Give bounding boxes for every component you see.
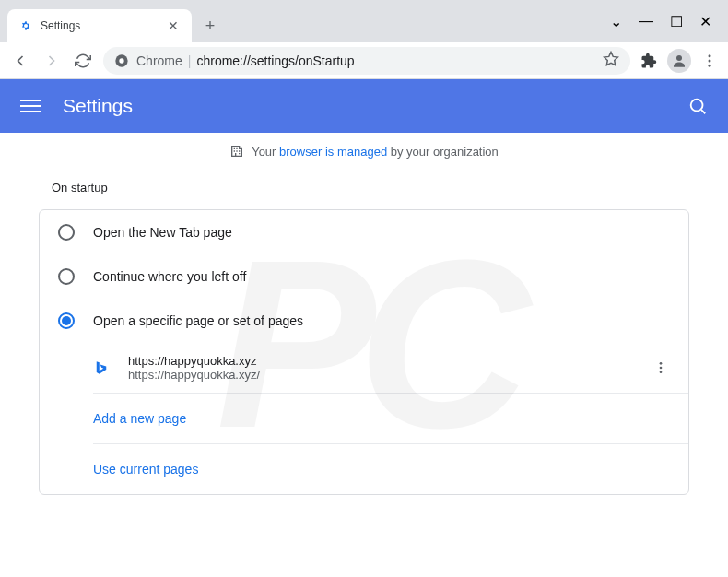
svg-point-3 (676, 55, 682, 61)
radio-icon (58, 224, 75, 241)
page-info: https://happyquokka.xyz https://happyquo… (128, 354, 652, 382)
svg-marker-2 (605, 52, 618, 65)
bookmark-star-icon[interactable] (603, 51, 619, 71)
chevron-down-icon[interactable]: ⌄ (610, 13, 622, 30)
window-controls: ⌄ — ☐ ✕ (610, 0, 728, 42)
minimize-button[interactable]: — (639, 13, 653, 29)
toolbar: Chrome | chrome://settings/onStartup (0, 42, 728, 79)
search-icon[interactable] (687, 96, 708, 116)
svg-point-6 (709, 64, 711, 66)
close-window-button[interactable]: ✕ (699, 13, 711, 30)
svg-point-7 (691, 100, 703, 112)
profile-avatar[interactable] (667, 49, 691, 73)
tab-title: Settings (41, 19, 166, 32)
managed-notice: Your browser is managed by your organiza… (0, 133, 728, 170)
svg-point-10 (660, 367, 663, 370)
chrome-icon (114, 53, 129, 68)
svg-line-8 (701, 110, 705, 113)
tab-close-button[interactable]: ✕ (166, 18, 181, 33)
svg-point-5 (709, 59, 711, 62)
gear-icon (18, 18, 33, 33)
svg-point-4 (709, 54, 711, 57)
reload-button[interactable] (72, 50, 94, 72)
radio-new-tab[interactable]: Open the New Tab page (40, 210, 688, 254)
page-item: https://happyquokka.xyz https://happyquo… (93, 343, 688, 394)
maximize-button[interactable]: ☐ (670, 13, 683, 30)
back-button[interactable] (9, 50, 31, 72)
use-current-link[interactable]: Use current pages (93, 462, 198, 477)
section-title: On startup (52, 181, 689, 194)
hamburger-menu-icon[interactable] (20, 96, 41, 116)
page-title: Settings (63, 95, 687, 117)
radio-continue[interactable]: Continue where you left off (40, 254, 688, 299)
radio-icon (58, 312, 75, 329)
radio-specific-pages[interactable]: Open a specific page or set of pages (40, 299, 688, 343)
address-bar[interactable]: Chrome | chrome://settings/onStartup (103, 47, 630, 75)
radio-icon (58, 268, 75, 285)
add-page-link[interactable]: Add a new page (93, 411, 186, 426)
menu-dots-icon[interactable] (700, 52, 719, 70)
pages-list: https://happyquokka.xyz https://happyquo… (40, 343, 688, 494)
browser-tab[interactable]: Settings ✕ (7, 9, 192, 42)
extensions-icon[interactable] (640, 52, 658, 70)
building-icon (229, 144, 244, 159)
forward-button[interactable] (41, 50, 63, 72)
svg-point-1 (119, 58, 123, 63)
svg-point-11 (660, 371, 663, 373)
new-tab-button[interactable]: + (197, 13, 223, 39)
add-page-row: Add a new page (93, 394, 688, 444)
window-titlebar: Settings ✕ + ⌄ — ☐ ✕ (0, 0, 728, 42)
managed-link[interactable]: browser is managed (279, 145, 387, 159)
use-current-row: Use current pages (93, 444, 688, 494)
bing-favicon-icon (93, 359, 110, 376)
svg-point-9 (660, 362, 663, 365)
settings-header: Settings (0, 79, 728, 133)
url-text: Chrome | chrome://settings/onStartup (136, 53, 355, 68)
page-menu-button[interactable] (652, 359, 670, 377)
startup-card: Open the New Tab page Continue where you… (39, 209, 689, 495)
content: On startup Open the New Tab page Continu… (0, 181, 728, 495)
